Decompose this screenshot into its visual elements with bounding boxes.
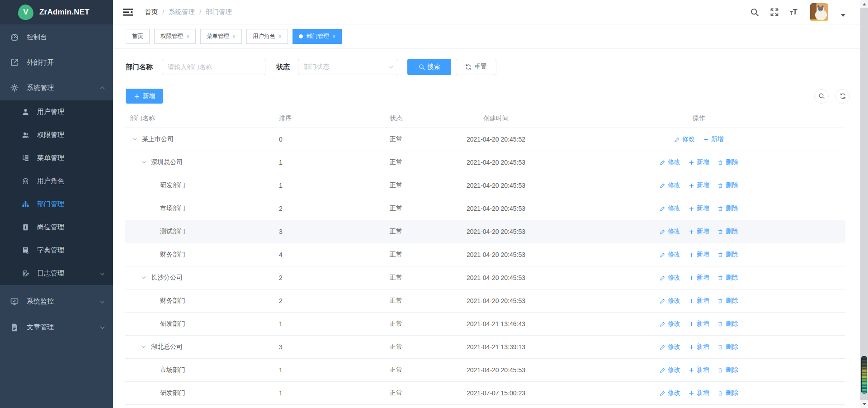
reset-button[interactable]: 重置 <box>456 59 496 75</box>
delete-link[interactable]: 删除 <box>717 274 738 282</box>
status-select-placeholder: 部门状态 <box>304 63 389 71</box>
close-icon[interactable]: × <box>186 34 189 39</box>
dept-created: 2021-04-20 20:45:53 <box>439 274 552 281</box>
edit-link[interactable]: 修改 <box>660 297 680 305</box>
edit-link[interactable]: 修改 <box>660 181 680 190</box>
breadcrumb-home[interactable]: 首页 <box>145 8 158 16</box>
sidebar-item-system-monitor[interactable]: 系统监控 <box>0 289 113 314</box>
edit-link[interactable]: 修改 <box>660 204 680 213</box>
sidebar-item-system-management[interactable]: 系统管理 <box>0 75 113 100</box>
sidebar-item-external-open[interactable]: 外部打开 <box>0 50 113 75</box>
app-logo[interactable]: V ZrAdmin.NET <box>0 0 113 24</box>
trash-icon <box>717 321 723 327</box>
sidebar-item-label: 字典管理 <box>37 246 104 255</box>
sidebar-toggle-icon[interactable] <box>123 8 133 16</box>
add-child-link[interactable]: 新增 <box>689 389 709 397</box>
avatar[interactable] <box>810 3 828 21</box>
fullscreen-icon[interactable] <box>770 8 779 17</box>
search-icon[interactable] <box>750 8 759 17</box>
tab-home[interactable]: 首页 <box>126 29 150 44</box>
table-refresh-button[interactable] <box>835 89 850 104</box>
sidebar-item-dictionary-management[interactable]: 字典管理 <box>0 239 113 262</box>
add-child-link[interactable]: 新增 <box>703 135 724 143</box>
user-menu-caret-icon[interactable] <box>841 14 845 17</box>
add-child-link[interactable]: 新增 <box>689 343 709 351</box>
sidebar-item-post-management[interactable]: 岗位管理 <box>0 216 113 239</box>
chevron-down-icon <box>100 270 105 275</box>
edit-link[interactable]: 修改 <box>660 366 680 374</box>
scrollbar-thumb[interactable] <box>861 356 867 394</box>
breadcrumb-system[interactable]: 系统管理 <box>169 8 195 16</box>
tab-label: 部门管理 <box>307 33 329 40</box>
plus-icon <box>689 367 694 373</box>
add-child-link[interactable]: 新增 <box>689 366 709 374</box>
delete-link[interactable]: 删除 <box>717 181 738 190</box>
delete-link[interactable]: 删除 <box>717 204 738 213</box>
add-child-link[interactable]: 新增 <box>689 181 709 190</box>
filter-bar: 部门名称 状态 部门状态 搜索 重置 <box>126 59 868 75</box>
edit-link[interactable]: 修改 <box>674 135 695 143</box>
scrollbar-up-arrow[interactable] <box>860 0 868 8</box>
delete-link[interactable]: 删除 <box>717 366 738 374</box>
expand-chevron-icon[interactable] <box>142 344 146 348</box>
sidebar-item-label: 外部打开 <box>27 58 104 67</box>
delete-link[interactable]: 删除 <box>717 389 738 397</box>
edit-link[interactable]: 修改 <box>660 228 680 236</box>
edit-link[interactable]: 修改 <box>660 343 680 351</box>
add-button[interactable]: 新增 <box>126 89 163 104</box>
sidebar-item-user-management[interactable]: 用户管理 <box>0 100 113 123</box>
delete-link[interactable]: 删除 <box>717 228 738 236</box>
close-icon[interactable]: × <box>278 34 282 39</box>
sidebar-item-permission-management[interactable]: 权限管理 <box>0 123 113 147</box>
edit-link[interactable]: 修改 <box>660 251 680 259</box>
font-size-icon[interactable]: TT <box>790 8 797 16</box>
add-child-link[interactable]: 新增 <box>689 158 709 166</box>
delete-link[interactable]: 删除 <box>717 320 738 328</box>
sidebar-item-user-role[interactable]: 用户角色 <box>0 170 113 193</box>
column-header-created: 创建时间 <box>439 114 552 123</box>
expand-chevron-icon[interactable] <box>142 160 146 163</box>
logo-letter: V <box>23 8 28 17</box>
dept-name-input[interactable] <box>162 59 265 75</box>
edit-link[interactable]: 修改 <box>660 274 680 282</box>
delete-link[interactable]: 删除 <box>717 158 738 166</box>
search-button[interactable]: 搜索 <box>407 59 451 75</box>
add-child-link[interactable]: 新增 <box>689 251 709 259</box>
breadcrumb: 首页 / 系统管理 / 部门管理 <box>145 8 232 16</box>
add-child-link[interactable]: 新增 <box>689 297 709 305</box>
sidebar-item-dashboard[interactable]: 控制台 <box>0 24 113 50</box>
tab-permission-management[interactable]: 权限管理 × <box>154 29 196 44</box>
scrollbar-down-arrow[interactable] <box>860 400 868 408</box>
delete-link[interactable]: 删除 <box>717 343 738 351</box>
add-child-link[interactable]: 新增 <box>689 274 709 282</box>
sidebar-item-article-management[interactable]: 文章管理 <box>0 314 113 340</box>
tab-menu-management[interactable]: 菜单管理 × <box>200 29 242 44</box>
sidebar-item-menu-management[interactable]: 菜单管理 <box>0 147 113 170</box>
status-select[interactable]: 部门状态 <box>298 59 398 75</box>
expand-chevron-icon[interactable] <box>133 137 137 140</box>
delete-link[interactable]: 删除 <box>717 297 738 305</box>
search-button-label: 搜索 <box>428 63 440 71</box>
add-child-link[interactable]: 新增 <box>689 320 709 328</box>
dept-created: 2021-04-20 20:45:53 <box>439 297 552 304</box>
font-size-small-letter: T <box>790 11 793 16</box>
add-child-link[interactable]: 新增 <box>689 204 709 213</box>
edit-link[interactable]: 修改 <box>660 389 680 397</box>
edit-link[interactable]: 修改 <box>660 320 680 328</box>
sidebar-item-department-management[interactable]: 部门管理 <box>0 193 113 216</box>
page-tabs: 首页 权限管理 × 菜单管理 × 用户角色 × 部门管理 × <box>113 24 868 49</box>
triangle-up-icon <box>863 3 866 5</box>
sidebar-item-log-management[interactable]: 日志管理 <box>0 262 113 285</box>
expand-chevron-icon[interactable] <box>142 275 146 279</box>
add-child-link[interactable]: 新增 <box>689 228 709 236</box>
dept-created: 2021-04-20 20:45:53 <box>439 182 552 189</box>
edit-link[interactable]: 修改 <box>660 158 680 166</box>
close-icon[interactable]: × <box>232 34 236 39</box>
table-search-toggle-button[interactable] <box>814 89 829 104</box>
delete-link[interactable]: 删除 <box>717 251 738 259</box>
close-icon[interactable]: × <box>332 34 335 39</box>
trash-icon <box>717 206 723 212</box>
tab-department-management[interactable]: 部门管理 × <box>292 29 342 44</box>
tab-user-role[interactable]: 用户角色 × <box>246 29 288 44</box>
page-scrollbar[interactable] <box>860 0 868 408</box>
